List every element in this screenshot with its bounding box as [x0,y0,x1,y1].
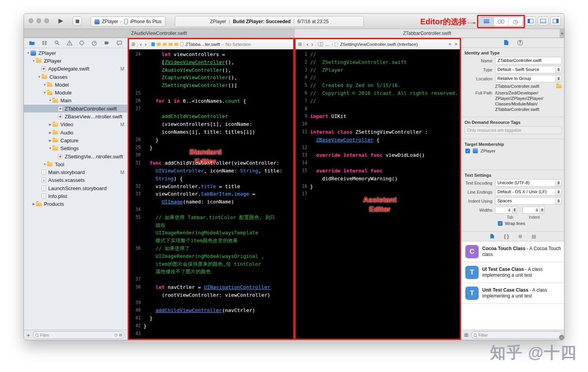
disclosure-triangle-icon[interactable]: ▼ [48,99,53,102]
library-item-ui-test-case-class[interactable]: TUI Test Case Class - A class implementi… [461,262,564,283]
back-button[interactable]: ‹ [306,42,309,47]
navigator-item-settings[interactable]: ▼Settings [24,145,127,152]
issue-navigator-icon[interactable] [67,40,73,46]
location-popup[interactable]: Relative to Group [495,75,562,82]
navigator-item-zbaseview-ntroller-swift[interactable]: ZBaseView…ntroller.swift [24,113,127,120]
disclosure-triangle-icon[interactable]: ▼ [42,163,47,166]
navigator-item-main[interactable]: ▼Main [24,97,127,105]
right-code-area[interactable]: 1//2// ZSettingViewController.swift3// Z… [296,49,460,339]
add-file-button[interactable]: + [27,332,30,338]
wrap-lines-checkbox[interactable]: ✓ [498,221,503,226]
navigator-item-ztabbarcontroller-swift[interactable]: ZTabbarController.swift [24,105,127,113]
tab-ztabbarcontroller[interactable]: ZTabbarController.swift [294,29,560,38]
file-inspector-icon[interactable] [504,40,509,46]
zoom-window-button[interactable] [44,18,49,23]
encoding-popup[interactable]: Unicode (UTF-8) [495,179,562,187]
disclosure-triangle-icon[interactable]: ▶ [31,202,36,206]
media-library-icon[interactable]: ▤ [532,234,536,239]
jumpbar-file[interactable]: ZTabba…ler.swift [185,42,220,47]
navigator-item-tool[interactable]: ▼Tool [24,160,127,168]
indent-width-stepper[interactable] [540,206,544,214]
scheme-selector[interactable]: ZPlayer › iPhone 6s Plus [91,16,165,27]
run-button[interactable]: ▶ [58,17,63,25]
object-library-icon[interactable]: ⊙ [518,234,522,239]
minimize-window-button[interactable] [36,18,41,23]
disclosure-triangle-icon[interactable]: ▼ [48,147,53,150]
disclosure-triangle-icon[interactable]: ▼ [42,83,47,87]
counterparts-icon[interactable] [318,42,323,46]
breakpoint-navigator-icon[interactable] [104,40,110,46]
navigator-item-zplayer[interactable]: ▼ZPlayer [24,49,127,57]
navigator-item-zplayer[interactable]: ▼ZPlayer [24,57,127,65]
tab-width-stepper[interactable] [512,206,517,214]
navigator-item-module[interactable]: ▼Module [24,89,127,96]
left-code-area[interactable]: 24 let viewcontrollers = [ZVideoViewCont… [129,49,293,339]
library-item-unit-test-case-class[interactable]: TUnit Test Case Class - A class implemen… [461,283,564,304]
add-tab-button[interactable]: + [560,29,564,38]
file-crumb-icon[interactable] [335,42,338,46]
toggle-debug-area-button[interactable] [538,16,548,25]
library-view-mode-icon[interactable]: ⊞ [464,332,468,338]
disclosure-triangle-icon[interactable]: ▼ [42,91,47,94]
standard-editor-button[interactable] [479,17,494,26]
report-navigator-icon[interactable] [116,40,122,46]
tab-zaudioviewcontroller[interactable]: ZAudioViewController.swift [24,29,294,38]
folder-crumb-icon[interactable] [174,43,178,46]
version-editor-button[interactable]: ◷ [508,17,523,26]
disclosure-triangle-icon[interactable]: ▼ [26,51,31,55]
navigator-item-classes[interactable]: ▼Classes [24,73,127,81]
add-assistant-editor-button[interactable]: + [448,41,452,47]
disclosure-triangle-icon[interactable]: ▶ [48,131,53,134]
close-window-button[interactable] [29,18,33,23]
choose-location-folder-icon[interactable] [556,84,562,88]
library-filter-field[interactable]: Filter [471,331,562,339]
folder-crumb-icon[interactable] [169,43,172,46]
navigator-item-main-storyboard[interactable]: Main.storyboardM [24,168,127,176]
navigator-item-info-plist[interactable]: Info.plist [24,192,127,200]
folder-crumb-icon[interactable] [157,43,161,46]
name-field[interactable]: ZTabbarController.swift [495,57,562,64]
navigator-item-zsettingvie-ntroller-swift[interactable]: ZSettingVie…ntroller.swift [24,152,127,160]
line-endings-popup[interactable]: Default - OS X / Unix (LF) [495,188,562,196]
close-assistant-editor-button[interactable]: × [454,41,457,47]
target-checkbox[interactable]: ✓ [465,149,470,153]
type-popup[interactable]: Default - Swift Source [495,66,562,73]
file-crumb-icon[interactable] [180,42,183,46]
navigator-item-products[interactable]: ▶Products [24,200,127,208]
navigator-item-video[interactable]: ▶VideoM [24,121,127,129]
indent-using-popup[interactable]: Spaces [495,197,562,205]
recent-files-icon[interactable]: ◷ [114,333,118,337]
jumpbar-selection[interactable]: No Selection [225,42,251,47]
odr-tags-field[interactable]: Only resources are taggable [465,126,562,134]
code-snippet-library-icon[interactable]: { } [504,234,509,239]
disclosure-triangle-icon[interactable]: ▶ [48,139,53,142]
stop-button[interactable] [73,16,82,26]
assistant-editor-button[interactable] [494,17,508,26]
back-button[interactable]: ‹ [140,42,142,47]
search-navigator-icon[interactable] [54,40,60,46]
reveal-in-finder-icon[interactable]: → [559,335,564,340]
navigator-item-launchscreen-storyboard[interactable]: LaunchScreen.storyboard [24,184,127,192]
navigator-item-assets-xcassets[interactable]: Assets.xcassets [24,176,127,184]
debug-navigator-icon[interactable] [91,40,97,46]
jumpbar-dots[interactable]: … [325,42,330,47]
toggle-navigator-button[interactable] [525,16,536,25]
file-template-library-icon[interactable] [490,234,494,240]
disclosure-triangle-icon[interactable]: ▶ [48,123,53,126]
symbol-navigator-icon[interactable] [42,40,47,46]
disclosure-triangle-icon[interactable]: ▼ [31,59,36,63]
related-items-icon[interactable]: ⊞ [298,42,302,47]
library-item-cocoa-touch-class[interactable]: CCocoa Touch Class - A Cocoa Touch class [461,241,564,262]
forward-button[interactable]: › [311,42,314,47]
test-navigator-icon[interactable] [79,40,85,46]
disclosure-triangle-icon[interactable]: ▼ [37,75,42,79]
indent-width-field[interactable]: 4 [523,207,540,214]
project-navigator-icon[interactable] [29,40,35,46]
navigator-item-appdelegate-swift[interactable]: AppDelegate.swiftM [24,65,127,73]
forward-button[interactable]: › [144,42,147,47]
tab-width-field[interactable]: 4 [495,207,512,214]
project-crumb-icon[interactable] [151,42,155,46]
related-items-icon[interactable]: ⊞ [131,42,135,47]
folder-crumb-icon[interactable] [163,43,167,46]
navigator-filter-field[interactable]: Filter ◷ ⊠ [33,331,125,339]
